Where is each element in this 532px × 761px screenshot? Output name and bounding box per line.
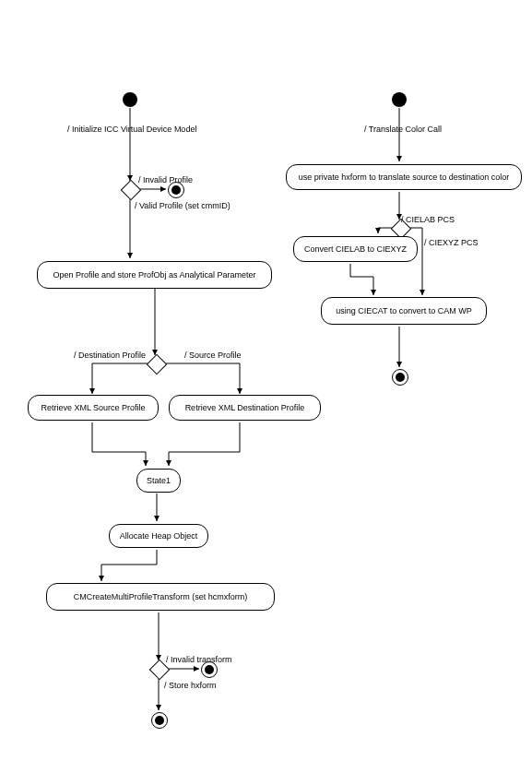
using-ciecat-node: using CIECAT to convert to CAM WP bbox=[321, 297, 487, 325]
retrieve-dest-text: Retrieve XML Destination Profile bbox=[185, 403, 305, 412]
ciexyz-pcs-label: / CIEXYZ PCS bbox=[424, 238, 479, 247]
retrieve-src-text: Retrieve XML Source Profile bbox=[41, 403, 145, 412]
dest-profile-label: / Destination Profile bbox=[74, 351, 146, 360]
using-ciecat-text: using CIECAT to convert to CAM WP bbox=[336, 306, 472, 315]
end-node-right bbox=[392, 369, 408, 386]
state1-node: State1 bbox=[136, 469, 181, 493]
allocate-text: Allocate Heap Object bbox=[120, 531, 198, 541]
open-profile-text: Open Profile and store ProfObj as Analyt… bbox=[53, 270, 255, 279]
allocate-node: Allocate Heap Object bbox=[109, 524, 208, 548]
cmcreate-node: CMCreateMultiProfileTransform (set hcmxf… bbox=[46, 583, 275, 611]
end-node-invalid-profile bbox=[168, 182, 184, 198]
start-node-left bbox=[123, 92, 137, 107]
valid-profile-label: / Valid Profile (set cmmID) bbox=[135, 201, 231, 210]
convert-lab-text: Convert CIELAB to CIEXYZ bbox=[304, 244, 407, 254]
start-node-right bbox=[392, 92, 407, 107]
start-label-right: / Translate Color Call bbox=[364, 125, 442, 134]
start-label-left: / Initialize ICC Virtual Device Model bbox=[67, 125, 196, 134]
use-private-node: use private hxform to translate source t… bbox=[286, 164, 522, 190]
cielab-pcs-label: / CIELAB PCS bbox=[401, 215, 455, 224]
store-hxform-label: / Store hxform bbox=[164, 681, 217, 690]
src-profile-label: / Source Profile bbox=[184, 351, 242, 360]
end-node-left bbox=[151, 712, 168, 729]
retrieve-src-node: Retrieve XML Source Profile bbox=[28, 395, 159, 421]
use-private-text: use private hxform to translate source t… bbox=[299, 172, 510, 182]
cmcreate-text: CMCreateMultiProfileTransform (set hcmxf… bbox=[74, 592, 248, 601]
state1-text: State1 bbox=[147, 476, 171, 485]
invalid-transform-label: / Invalid transform bbox=[166, 655, 232, 664]
end-node-invalid-transform bbox=[201, 661, 218, 678]
open-profile-node: Open Profile and store ProfObj as Analyt… bbox=[37, 261, 272, 289]
retrieve-dest-node: Retrieve XML Destination Profile bbox=[169, 395, 321, 421]
arrows-layer bbox=[0, 0, 532, 761]
convert-lab-node: Convert CIELAB to CIEXYZ bbox=[293, 236, 418, 262]
invalid-profile-label: / Invalid Profile bbox=[138, 175, 193, 184]
